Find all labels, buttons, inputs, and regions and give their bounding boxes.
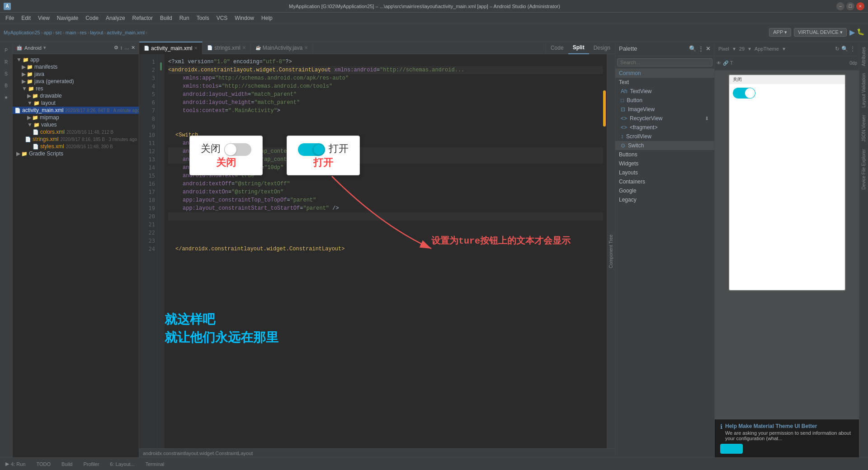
- bc-res[interactable]: res: [80, 30, 86, 35]
- menu-file[interactable]: File: [2, 14, 18, 22]
- menu-run[interactable]: Run: [176, 14, 193, 22]
- tab-close[interactable]: ✕: [194, 46, 198, 51]
- design-mode-tab[interactable]: Design: [589, 42, 615, 54]
- menu-view[interactable]: View: [34, 14, 53, 22]
- tree-java-generated[interactable]: ▶ 📁 java (generated): [13, 78, 139, 85]
- link-icon[interactable]: 🔗: [723, 61, 728, 66]
- json-viewer-label[interactable]: JSON Viewer: [861, 113, 866, 144]
- palette-item-fragment[interactable]: <> <fragment>: [615, 123, 714, 132]
- bc-file[interactable]: activity_main.xml: [107, 30, 145, 35]
- zoom-icon[interactable]: 🔍: [841, 46, 848, 52]
- palette-item-switch[interactable]: ⊙ Switch: [615, 141, 714, 150]
- tree-mipmap[interactable]: ▶ 📁 mipmap: [13, 114, 139, 121]
- app-dropdown[interactable]: APP ▾: [769, 28, 791, 37]
- api-dropdown[interactable]: ▾: [748, 46, 751, 52]
- notif-btn[interactable]: [720, 444, 743, 454]
- menu-refactor[interactable]: Refactor: [129, 14, 156, 22]
- palette-cat-widgets[interactable]: Widgets: [615, 159, 714, 168]
- menu-analyze[interactable]: Analyze: [102, 14, 129, 22]
- menu-vcs[interactable]: VCS: [213, 14, 231, 22]
- structure-icon[interactable]: S: [1, 69, 11, 79]
- terminal-tab[interactable]: Terminal: [140, 458, 170, 470]
- menu-tools[interactable]: Tools: [193, 14, 213, 22]
- tab-close[interactable]: ✕: [242, 45, 246, 50]
- tree-colors[interactable]: 📄 colors.xml 2020/8/16 11:48, 212 B: [13, 128, 139, 136]
- tab-close[interactable]: ✕: [304, 45, 308, 50]
- code-editor[interactable]: <?xml version="1.0" encoding="utf-8"?> <…: [165, 54, 607, 448]
- maximize-btn[interactable]: ☐: [846, 2, 854, 10]
- menu-build[interactable]: Build: [156, 14, 176, 22]
- bc-src[interactable]: src: [55, 30, 62, 35]
- search-icon[interactable]: 🔍: [689, 45, 696, 52]
- palette-search-input[interactable]: [617, 58, 712, 66]
- palette-cat-common[interactable]: Common: [615, 69, 714, 78]
- palette-item-scrollview[interactable]: ↕ ScrollView: [615, 132, 714, 141]
- palette-cat-legacy[interactable]: Legacy: [615, 195, 714, 204]
- bc-app[interactable]: MyApplication25: [4, 30, 40, 35]
- code-mode-tab[interactable]: Code: [546, 42, 568, 54]
- sort-icon[interactable]: ↕: [120, 45, 123, 51]
- palette-item-textview[interactable]: Ah TextView: [615, 87, 714, 96]
- component-tree-panel[interactable]: Component Tree: [607, 54, 615, 448]
- tree-app[interactable]: ▼ 📁 app: [13, 56, 139, 63]
- tab-mainactivity[interactable]: ☕ MainActivity.java ✕: [251, 42, 313, 54]
- build-variants-icon[interactable]: B: [1, 80, 11, 90]
- profiler-tab[interactable]: Profiler: [78, 458, 104, 470]
- palette-item-button[interactable]: □ Button: [615, 96, 714, 105]
- tab-strings[interactable]: 📄 strings.xml ✕: [203, 42, 250, 54]
- palette-cat-layouts[interactable]: Layouts: [615, 168, 714, 177]
- menu-edit[interactable]: Edit: [18, 14, 34, 22]
- tree-activity-main[interactable]: 📄 activity_main.xml 2020/8/17 8:26, 847 …: [13, 107, 139, 114]
- scroll-bar[interactable]: [603, 90, 606, 127]
- device-dropdown[interactable]: VIRTUAL DEVICE ▾: [794, 28, 847, 37]
- layout-validation-label[interactable]: Layout Validation: [861, 71, 866, 109]
- split-mode-tab[interactable]: Split: [568, 42, 589, 54]
- tree-java[interactable]: ▶ 📁 java: [13, 70, 139, 78]
- tree-styles[interactable]: 📄 styles.xml 2020/8/16 11:48, 390 B: [13, 143, 139, 150]
- text-icon[interactable]: T: [730, 61, 733, 66]
- build-btn[interactable]: ▶: [849, 28, 855, 37]
- attributes-label[interactable]: Attributes: [861, 45, 866, 68]
- more-icon[interactable]: …: [124, 45, 129, 51]
- android-dropdown[interactable]: ▾: [43, 45, 46, 51]
- more-icon[interactable]: ⋮: [698, 45, 704, 52]
- todo-tab[interactable]: TODO: [31, 458, 56, 470]
- tab-activity-main[interactable]: 📄 activity_main.xml ✕: [139, 42, 203, 54]
- resource-icon[interactable]: R: [1, 57, 11, 67]
- menu-help[interactable]: Help: [258, 14, 276, 22]
- bc-main[interactable]: main: [66, 30, 76, 35]
- run-tab[interactable]: ▶ 4: Run: [0, 458, 31, 470]
- tree-res[interactable]: ▼ 📁 res: [13, 85, 139, 92]
- theme-dropdown[interactable]: ▾: [783, 46, 785, 52]
- palette-cat-containers[interactable]: Containers: [615, 177, 714, 186]
- dropdown-icon[interactable]: ▾: [733, 46, 736, 52]
- tree-manifests[interactable]: ▶ 📁 manifests: [13, 63, 139, 70]
- palette-cat-buttons[interactable]: Buttons: [615, 150, 714, 159]
- device-file-explorer-label[interactable]: Device File Explorer: [861, 147, 866, 191]
- menu-window[interactable]: Window: [231, 14, 258, 22]
- close-panel-icon[interactable]: ✕: [131, 45, 135, 51]
- menu-navigate[interactable]: Navigate: [53, 14, 82, 22]
- more-icon[interactable]: ⋮: [850, 46, 855, 52]
- gear-icon[interactable]: ⚙: [114, 45, 118, 51]
- tree-strings[interactable]: 📄 strings.xml 2020/8/17 8:16, 185 B · 3 …: [13, 136, 139, 143]
- project-icon[interactable]: P: [1, 45, 11, 55]
- tree-values[interactable]: ▼ 📁 values: [13, 121, 139, 128]
- eye-icon[interactable]: 👁: [717, 61, 721, 66]
- debug-btn[interactable]: 🐛: [857, 28, 864, 37]
- minimize-btn[interactable]: –: [836, 2, 844, 10]
- tree-gradle[interactable]: ▶ 📁 Gradle Scripts: [13, 150, 139, 157]
- close-palette-icon[interactable]: ✕: [706, 45, 711, 52]
- menu-code[interactable]: Code: [82, 14, 102, 22]
- build-tab[interactable]: Build: [56, 458, 78, 470]
- palette-item-imageview[interactable]: ⊡ ImageView: [615, 105, 714, 114]
- favorites-icon[interactable]: ★: [1, 92, 11, 102]
- palette-cat-text[interactable]: Text: [615, 78, 714, 87]
- tree-layout[interactable]: ▼ 📁 layout: [13, 99, 139, 107]
- palette-item-recyclerview[interactable]: <> RecyclerView ⬇: [615, 114, 714, 123]
- layout-tab[interactable]: 6: Layout...: [104, 458, 140, 470]
- palette-cat-google[interactable]: Google: [615, 186, 714, 195]
- bc-layout[interactable]: layout: [90, 30, 103, 35]
- bc-app2[interactable]: app: [43, 30, 52, 35]
- refresh-icon[interactable]: ↻: [835, 46, 840, 52]
